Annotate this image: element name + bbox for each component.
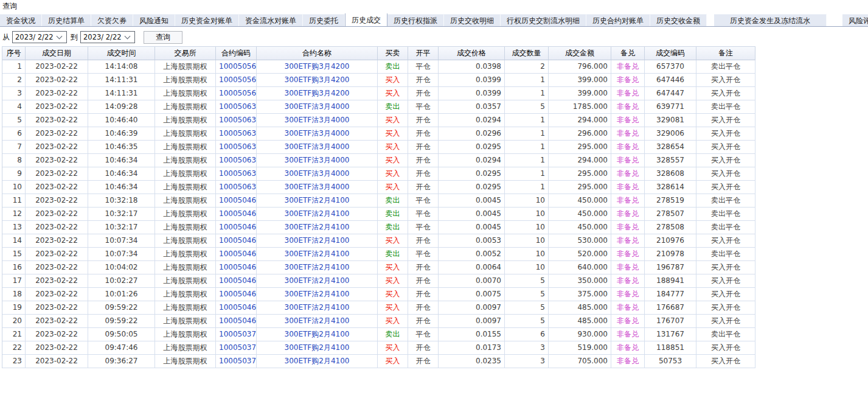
cell-date: 2023-02-22	[26, 141, 88, 154]
cell-side: 买入	[378, 261, 408, 274]
table-row[interactable]: 92023-02-2210:46:34上海股票期权10005063300ETF沽…	[2, 167, 755, 181]
tab-1[interactable]: 历史结算单	[42, 14, 91, 26]
cell-name[interactable]: 300ETF沽3月4000	[257, 114, 378, 127]
cell-seq: 16	[2, 261, 26, 274]
tab-9[interactable]: 历史交收明细	[444, 14, 501, 26]
table-row[interactable]: 62023-02-2210:46:39上海股票期权10005063300ETF沽…	[2, 127, 755, 141]
table-row[interactable]: 112023-02-2210:32:18上海股票期权10005046300ETF…	[2, 194, 755, 208]
from-date-combo[interactable]: 2023/ 2/22	[12, 31, 67, 43]
table-row[interactable]: 72023-02-2210:46:35上海股票期权10005063300ETF沽…	[2, 141, 755, 154]
cell-name[interactable]: 300ETF沽3月4000	[257, 154, 378, 167]
cell-exchange: 上海股票期权	[155, 127, 216, 141]
tab-14[interactable]: 风险评估	[842, 14, 868, 26]
cell-amount: 295.000	[549, 167, 611, 181]
cell-name[interactable]: 300ETF沽3月4000	[257, 167, 378, 181]
table-row[interactable]: 222023-02-2209:47:46上海股票期权10005037300ETF…	[2, 341, 755, 355]
table-row[interactable]: 232023-02-2209:36:27上海股票期权10005037300ETF…	[2, 355, 755, 368]
cell-code[interactable]: 10005056	[216, 60, 257, 74]
cell-remark: 卖出平仓	[696, 194, 755, 208]
cell-code[interactable]: 10005046	[216, 261, 257, 274]
tab-6[interactable]: 历史委托	[303, 14, 345, 26]
tab-5[interactable]: 资金流水对账单	[239, 14, 303, 26]
table-row[interactable]: 82023-02-2210:46:34上海股票期权10005063300ETF沽…	[2, 154, 755, 167]
tab-10[interactable]: 行权历史交割流水明细	[501, 14, 586, 26]
cell-name[interactable]: 300ETF购3月4200	[257, 74, 378, 87]
cell-name[interactable]: 300ETF沽2月4100	[257, 234, 378, 248]
cell-side: 买入	[378, 355, 408, 368]
cell-name[interactable]: 300ETF沽2月4100	[257, 248, 378, 261]
table-row[interactable]: 22023-02-2214:11:31上海股票期权10005056300ETF购…	[2, 74, 755, 87]
cell-name[interactable]: 300ETF沽3月4000	[257, 141, 378, 154]
table-row[interactable]: 212023-02-2209:50:05上海股票期权10005037300ETF…	[2, 328, 755, 341]
cell-name[interactable]: 300ETF沽2月4100	[257, 288, 378, 301]
tab-11[interactable]: 历史合约对账单	[586, 14, 650, 26]
tab-3[interactable]: 风险通知	[133, 14, 175, 26]
cell-code[interactable]: 10005046	[216, 221, 257, 234]
cell-name[interactable]: 300ETF沽2月4100	[257, 194, 378, 208]
cell-code[interactable]: 10005046	[216, 288, 257, 301]
table-row[interactable]: 102023-02-2210:46:34上海股票期权10005063300ETF…	[2, 181, 755, 194]
cell-name[interactable]: 300ETF沽2月4100	[257, 221, 378, 234]
cell-code[interactable]: 10005063	[216, 181, 257, 194]
cell-name[interactable]: 300ETF购3月4200	[257, 87, 378, 100]
cell-name[interactable]: 300ETF沽2月4100	[257, 301, 378, 315]
table-row[interactable]: 182023-02-2210:01:26上海股票期权10005046300ETF…	[2, 288, 755, 301]
cell-time: 10:32:17	[88, 208, 155, 221]
cell-code[interactable]: 10005056	[216, 74, 257, 87]
table-row[interactable]: 162023-02-2210:04:02上海股票期权10005046300ETF…	[2, 261, 755, 274]
cell-date: 2023-02-22	[26, 341, 88, 355]
tab-2[interactable]: 欠资欠券	[91, 14, 133, 26]
cell-name[interactable]: 300ETF购2月4100	[257, 355, 378, 368]
table-row[interactable]: 52023-02-2210:46:40上海股票期权10005063300ETF沽…	[2, 114, 755, 127]
cell-code[interactable]: 10005046	[216, 234, 257, 248]
table-row[interactable]: 172023-02-2210:02:27上海股票期权10005046300ETF…	[2, 274, 755, 288]
tab-8[interactable]: 历史行权指派	[387, 14, 444, 26]
to-date-combo[interactable]: 2023/ 2/22	[80, 31, 135, 43]
tab-12[interactable]: 历史交收金额	[650, 14, 707, 26]
cell-trade_id: 210976	[645, 234, 696, 248]
chevron-down-icon	[125, 33, 131, 40]
cell-code[interactable]: 10005046	[216, 248, 257, 261]
table-row[interactable]: 142023-02-2210:07:34上海股票期权10005046300ETF…	[2, 234, 755, 248]
cell-name[interactable]: 300ETF沽3月4000	[257, 181, 378, 194]
table-row[interactable]: 192023-02-2209:59:22上海股票期权10005046300ETF…	[2, 301, 755, 315]
cell-code[interactable]: 10005046	[216, 315, 257, 328]
cell-code[interactable]: 10005056	[216, 87, 257, 100]
cell-name[interactable]: 300ETF沽2月4100	[257, 208, 378, 221]
tab-13[interactable]: 历史资金发生及冻结流水	[714, 14, 827, 26]
cell-name[interactable]: 300ETF购2月4100	[257, 328, 378, 341]
cell-code[interactable]: 10005063	[216, 114, 257, 127]
table-row[interactable]: 12023-02-2214:14:08上海股票期权10005056300ETF购…	[2, 60, 755, 74]
cell-name[interactable]: 300ETF沽2月4100	[257, 261, 378, 274]
cell-code[interactable]: 10005063	[216, 141, 257, 154]
cell-code[interactable]: 10005063	[216, 127, 257, 141]
cell-name[interactable]: 300ETF购3月4200	[257, 60, 378, 74]
cell-code[interactable]: 10005046	[216, 274, 257, 288]
cell-offset: 开仓	[408, 74, 439, 87]
table-row[interactable]: 202023-02-2209:59:22上海股票期权10005046300ETF…	[2, 315, 755, 328]
cell-name[interactable]: 300ETF沽2月4100	[257, 315, 378, 328]
table-row[interactable]: 132023-02-2210:32:17上海股票期权10005046300ETF…	[2, 221, 755, 234]
cell-name[interactable]: 300ETF沽3月4000	[257, 100, 378, 114]
cell-name[interactable]: 300ETF购2月4100	[257, 341, 378, 355]
tab-4[interactable]: 历史资金对账单	[175, 14, 239, 26]
cell-code[interactable]: 10005037	[216, 355, 257, 368]
tab-0[interactable]: 资金状况	[0, 14, 42, 26]
table-row[interactable]: 122023-02-2210:32:17上海股票期权10005046300ETF…	[2, 208, 755, 221]
table-row[interactable]: 152023-02-2210:07:34上海股票期权10005046300ETF…	[2, 248, 755, 261]
search-button[interactable]: 查询	[144, 31, 182, 44]
cell-code[interactable]: 10005046	[216, 301, 257, 315]
tab-7[interactable]: 历史成交	[345, 13, 387, 27]
table-row[interactable]: 42023-02-2214:09:28上海股票期权10005063300ETF沽…	[2, 100, 755, 114]
column-header-code: 合约编码	[216, 47, 257, 60]
cell-code[interactable]: 10005037	[216, 328, 257, 341]
cell-code[interactable]: 10005063	[216, 154, 257, 167]
cell-code[interactable]: 10005063	[216, 100, 257, 114]
cell-code[interactable]: 10005046	[216, 194, 257, 208]
cell-code[interactable]: 10005046	[216, 208, 257, 221]
cell-code[interactable]: 10005037	[216, 341, 257, 355]
cell-name[interactable]: 300ETF沽3月4000	[257, 127, 378, 141]
cell-name[interactable]: 300ETF沽2月4100	[257, 274, 378, 288]
table-row[interactable]: 32023-02-2214:11:31上海股票期权10005056300ETF购…	[2, 87, 755, 100]
cell-code[interactable]: 10005063	[216, 167, 257, 181]
